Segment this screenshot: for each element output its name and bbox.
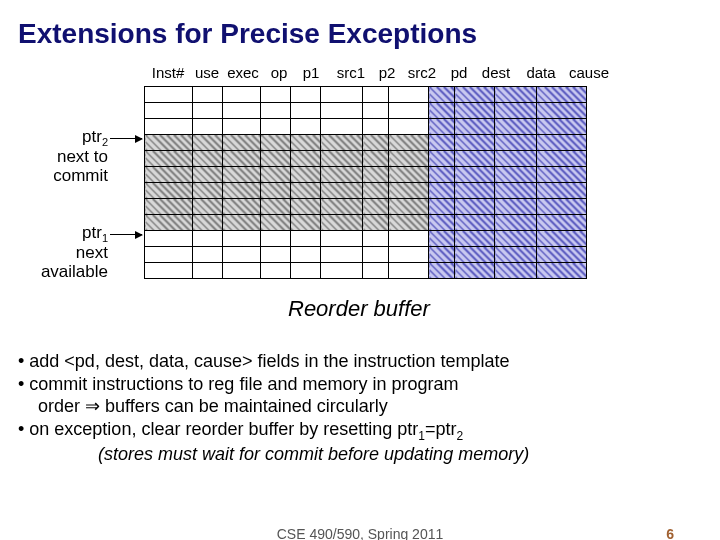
rob-cell <box>223 263 261 279</box>
table-row <box>145 87 587 103</box>
rob-cell <box>363 247 389 263</box>
rob-cell <box>291 135 321 151</box>
rob-cell <box>321 215 363 231</box>
bullet-list: • add <pd, dest, data, cause> fields in … <box>18 350 702 466</box>
rob-cell <box>261 247 291 263</box>
rob-cell <box>429 231 455 247</box>
rob-cell <box>537 183 587 199</box>
rob-cell <box>363 183 389 199</box>
rob-cell <box>429 199 455 215</box>
rob-cell <box>193 135 223 151</box>
col-exec: exec <box>222 64 264 81</box>
reorder-buffer-caption: Reorder buffer <box>288 296 430 322</box>
rob-cell <box>363 103 389 119</box>
rob-cell <box>429 167 455 183</box>
rob-cell <box>389 103 429 119</box>
rob-cell <box>363 263 389 279</box>
rob-cell <box>389 231 429 247</box>
rob-cell <box>537 119 587 135</box>
rob-cell <box>193 103 223 119</box>
rob-cell <box>261 215 291 231</box>
rob-cell <box>455 247 495 263</box>
rob-cell <box>455 167 495 183</box>
rob-cell <box>291 199 321 215</box>
rob-cell <box>455 263 495 279</box>
rob-cell <box>455 119 495 135</box>
bullet-3-line1: • on exception, clear reorder buffer by … <box>18 418 702 444</box>
rob-cell <box>455 231 495 247</box>
col-pd: pd <box>444 64 474 81</box>
rob-cell <box>495 119 537 135</box>
rob-cell <box>429 119 455 135</box>
rob-cell <box>363 199 389 215</box>
col-p1: p1 <box>294 64 328 81</box>
rob-cell <box>495 263 537 279</box>
rob-cell <box>193 247 223 263</box>
table-row <box>145 119 587 135</box>
rob-cell <box>455 199 495 215</box>
rob-cell <box>321 263 363 279</box>
rob-cell <box>537 87 587 103</box>
rob-cell <box>537 199 587 215</box>
col-use: use <box>192 64 222 81</box>
rob-cell <box>193 215 223 231</box>
rob-cell <box>145 103 193 119</box>
table-row <box>145 103 587 119</box>
table-row <box>145 215 587 231</box>
rob-cell <box>495 183 537 199</box>
col-src2: src2 <box>400 64 444 81</box>
rob-cell <box>261 199 291 215</box>
col-p2: p2 <box>374 64 400 81</box>
rob-cell <box>363 119 389 135</box>
rob-cell <box>495 215 537 231</box>
rob-cell <box>145 167 193 183</box>
rob-cell <box>223 151 261 167</box>
column-headers: Inst# use exec op p1 src1 p2 src2 pd des… <box>144 64 614 81</box>
rob-cell <box>193 183 223 199</box>
rob-cell <box>389 247 429 263</box>
table-row <box>145 199 587 215</box>
rob-cell <box>145 87 193 103</box>
rob-cell <box>455 215 495 231</box>
rob-cell <box>291 103 321 119</box>
table-row <box>145 263 587 279</box>
rob-cell <box>223 119 261 135</box>
rob-cell <box>537 263 587 279</box>
col-op: op <box>264 64 294 81</box>
rob-cell <box>429 103 455 119</box>
rob-cell <box>495 135 537 151</box>
rob-cell <box>261 231 291 247</box>
rob-cell <box>389 183 429 199</box>
rob-cell <box>495 247 537 263</box>
reorder-buffer-diagram: Inst# use exec op p1 src1 p2 src2 pd des… <box>18 64 702 344</box>
rob-cell <box>389 119 429 135</box>
page-number: 6 <box>666 526 674 540</box>
rob-cell <box>389 87 429 103</box>
rob-cell <box>223 247 261 263</box>
rob-cell <box>321 135 363 151</box>
rob-cell <box>261 263 291 279</box>
rob-cell <box>193 151 223 167</box>
rob-cell <box>455 151 495 167</box>
rob-cell <box>145 183 193 199</box>
rob-cell <box>389 199 429 215</box>
rob-cell <box>261 167 291 183</box>
rob-cell <box>363 87 389 103</box>
rob-cell <box>455 183 495 199</box>
rob-cell <box>261 135 291 151</box>
table-row <box>145 247 587 263</box>
rob-cell <box>429 135 455 151</box>
rob-cell <box>321 87 363 103</box>
rob-cell <box>389 151 429 167</box>
rob-cell <box>145 151 193 167</box>
rob-cell <box>429 247 455 263</box>
rob-cell <box>223 199 261 215</box>
rob-cell <box>223 135 261 151</box>
rob-cell <box>495 151 537 167</box>
table-row <box>145 151 587 167</box>
rob-cell <box>291 263 321 279</box>
ptr1-arrow <box>110 234 142 235</box>
rob-cell <box>321 231 363 247</box>
col-src1: src1 <box>328 64 374 81</box>
bullet-3-line2: (stores must wait for commit before upda… <box>98 443 702 466</box>
